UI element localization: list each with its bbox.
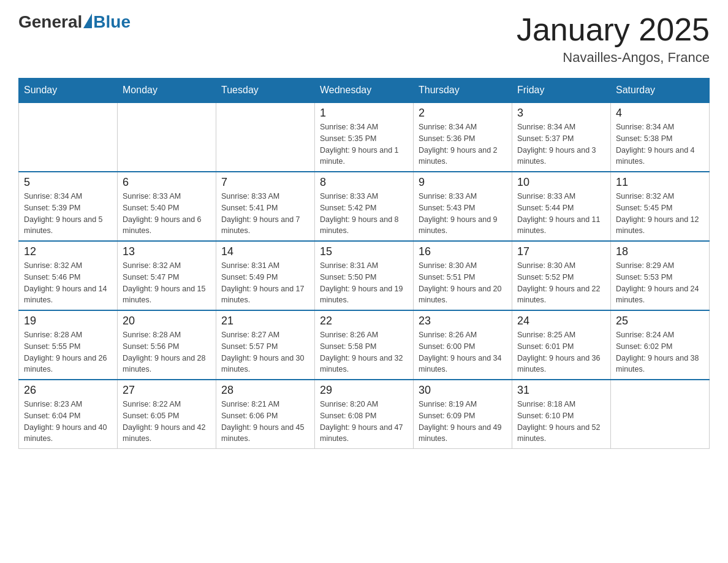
day-number: 29	[320, 384, 408, 397]
calendar-cell: 24Sunrise: 8:25 AM Sunset: 6:01 PM Dayli…	[512, 310, 611, 380]
day-header-thursday: Thursday	[414, 79, 512, 103]
day-info: Sunrise: 8:34 AM Sunset: 5:39 PM Dayligh…	[24, 191, 112, 237]
day-info: Sunrise: 8:32 AM Sunset: 5:45 PM Dayligh…	[616, 191, 704, 237]
day-header-friday: Friday	[512, 79, 611, 103]
day-info: Sunrise: 8:25 AM Sunset: 6:01 PM Dayligh…	[517, 329, 605, 375]
day-number: 2	[419, 107, 507, 120]
calendar-cell: 18Sunrise: 8:29 AM Sunset: 5:53 PM Dayli…	[611, 241, 710, 310]
day-number: 26	[24, 384, 112, 397]
day-number: 11	[616, 176, 704, 189]
day-info: Sunrise: 8:34 AM Sunset: 5:35 PM Dayligh…	[320, 121, 408, 167]
calendar-cell: 6Sunrise: 8:33 AM Sunset: 5:40 PM Daylig…	[118, 172, 216, 241]
calendar-cell: 29Sunrise: 8:20 AM Sunset: 6:08 PM Dayli…	[315, 380, 414, 449]
day-header-tuesday: Tuesday	[216, 79, 315, 103]
day-number: 6	[123, 176, 211, 189]
calendar-cell	[19, 102, 118, 172]
day-info: Sunrise: 8:29 AM Sunset: 5:53 PM Dayligh…	[616, 260, 704, 306]
day-number: 22	[320, 315, 408, 327]
day-info: Sunrise: 8:19 AM Sunset: 6:09 PM Dayligh…	[419, 399, 507, 445]
day-number: 13	[123, 245, 211, 258]
day-number: 9	[419, 176, 507, 189]
day-number: 1	[320, 107, 408, 120]
day-number: 30	[419, 384, 507, 397]
day-info: Sunrise: 8:26 AM Sunset: 6:00 PM Dayligh…	[419, 329, 507, 375]
day-info: Sunrise: 8:32 AM Sunset: 5:46 PM Dayligh…	[24, 260, 112, 306]
calendar-cell: 20Sunrise: 8:28 AM Sunset: 5:56 PM Dayli…	[118, 310, 216, 380]
day-info: Sunrise: 8:33 AM Sunset: 5:44 PM Dayligh…	[517, 191, 605, 237]
calendar-cell	[611, 380, 710, 449]
day-info: Sunrise: 8:27 AM Sunset: 5:57 PM Dayligh…	[221, 329, 309, 375]
day-number: 14	[221, 245, 309, 258]
day-info: Sunrise: 8:22 AM Sunset: 6:05 PM Dayligh…	[123, 399, 211, 445]
logo: General Blue	[18, 12, 131, 32]
day-number: 28	[221, 384, 309, 397]
day-number: 4	[616, 107, 704, 120]
calendar-cell: 21Sunrise: 8:27 AM Sunset: 5:57 PM Dayli…	[216, 310, 315, 380]
day-header-wednesday: Wednesday	[315, 79, 414, 103]
calendar-cell: 1Sunrise: 8:34 AM Sunset: 5:35 PM Daylig…	[315, 102, 414, 172]
day-number: 5	[24, 176, 112, 189]
day-info: Sunrise: 8:28 AM Sunset: 5:55 PM Dayligh…	[24, 329, 112, 375]
title-block: January 2025 Navailles-Angos, France	[517, 12, 710, 66]
day-number: 17	[517, 245, 605, 258]
day-header-monday: Monday	[118, 79, 216, 103]
day-info: Sunrise: 8:23 AM Sunset: 6:04 PM Dayligh…	[24, 399, 112, 445]
day-info: Sunrise: 8:33 AM Sunset: 5:41 PM Dayligh…	[221, 191, 309, 237]
day-info: Sunrise: 8:32 AM Sunset: 5:47 PM Dayligh…	[123, 260, 211, 306]
header-row: SundayMondayTuesdayWednesdayThursdayFrid…	[19, 79, 710, 103]
week-row-2: 5Sunrise: 8:34 AM Sunset: 5:39 PM Daylig…	[19, 172, 710, 241]
calendar-cell: 19Sunrise: 8:28 AM Sunset: 5:55 PM Dayli…	[19, 310, 118, 380]
day-number: 31	[517, 384, 605, 397]
day-info: Sunrise: 8:34 AM Sunset: 5:37 PM Dayligh…	[517, 121, 605, 167]
calendar-cell: 4Sunrise: 8:34 AM Sunset: 5:38 PM Daylig…	[611, 102, 710, 172]
calendar-cell: 10Sunrise: 8:33 AM Sunset: 5:44 PM Dayli…	[512, 172, 611, 241]
day-number: 18	[616, 245, 704, 258]
day-number: 10	[517, 176, 605, 189]
day-info: Sunrise: 8:28 AM Sunset: 5:56 PM Dayligh…	[123, 329, 211, 375]
week-row-3: 12Sunrise: 8:32 AM Sunset: 5:46 PM Dayli…	[19, 241, 710, 310]
calendar-title: January 2025	[517, 12, 710, 47]
page-header: General Blue January 2025 Navailles-Ango…	[18, 12, 710, 66]
calendar-cell: 12Sunrise: 8:32 AM Sunset: 5:46 PM Dayli…	[19, 241, 118, 310]
day-info: Sunrise: 8:31 AM Sunset: 5:50 PM Dayligh…	[320, 260, 408, 306]
calendar-cell: 2Sunrise: 8:34 AM Sunset: 5:36 PM Daylig…	[414, 102, 512, 172]
calendar-subtitle: Navailles-Angos, France	[517, 50, 710, 66]
day-number: 25	[616, 315, 704, 327]
day-number: 23	[419, 315, 507, 327]
week-row-4: 19Sunrise: 8:28 AM Sunset: 5:55 PM Dayli…	[19, 310, 710, 380]
day-header-saturday: Saturday	[611, 79, 710, 103]
calendar-cell: 13Sunrise: 8:32 AM Sunset: 5:47 PM Dayli…	[118, 241, 216, 310]
day-number: 21	[221, 315, 309, 327]
day-number: 16	[419, 245, 507, 258]
day-number: 20	[123, 315, 211, 327]
calendar-cell	[216, 102, 315, 172]
calendar-cell: 23Sunrise: 8:26 AM Sunset: 6:00 PM Dayli…	[414, 310, 512, 380]
day-info: Sunrise: 8:34 AM Sunset: 5:36 PM Dayligh…	[419, 121, 507, 167]
day-number: 15	[320, 245, 408, 258]
calendar-cell: 9Sunrise: 8:33 AM Sunset: 5:43 PM Daylig…	[414, 172, 512, 241]
calendar-cell: 22Sunrise: 8:26 AM Sunset: 5:58 PM Dayli…	[315, 310, 414, 380]
logo-triangle-icon	[83, 13, 92, 28]
calendar-cell: 11Sunrise: 8:32 AM Sunset: 5:45 PM Dayli…	[611, 172, 710, 241]
calendar-cell: 25Sunrise: 8:24 AM Sunset: 6:02 PM Dayli…	[611, 310, 710, 380]
day-number: 24	[517, 315, 605, 327]
calendar-cell: 5Sunrise: 8:34 AM Sunset: 5:39 PM Daylig…	[19, 172, 118, 241]
day-info: Sunrise: 8:20 AM Sunset: 6:08 PM Dayligh…	[320, 399, 408, 445]
calendar-cell: 31Sunrise: 8:18 AM Sunset: 6:10 PM Dayli…	[512, 380, 611, 449]
day-info: Sunrise: 8:33 AM Sunset: 5:43 PM Dayligh…	[419, 191, 507, 237]
day-info: Sunrise: 8:30 AM Sunset: 5:51 PM Dayligh…	[419, 260, 507, 306]
week-row-5: 26Sunrise: 8:23 AM Sunset: 6:04 PM Dayli…	[19, 380, 710, 449]
day-number: 27	[123, 384, 211, 397]
day-number: 7	[221, 176, 309, 189]
week-row-1: 1Sunrise: 8:34 AM Sunset: 5:35 PM Daylig…	[19, 102, 710, 172]
day-info: Sunrise: 8:33 AM Sunset: 5:40 PM Dayligh…	[123, 191, 211, 237]
calendar-cell	[118, 102, 216, 172]
day-number: 8	[320, 176, 408, 189]
calendar-cell: 14Sunrise: 8:31 AM Sunset: 5:49 PM Dayli…	[216, 241, 315, 310]
day-header-sunday: Sunday	[19, 79, 118, 103]
calendar-cell: 27Sunrise: 8:22 AM Sunset: 6:05 PM Dayli…	[118, 380, 216, 449]
day-info: Sunrise: 8:18 AM Sunset: 6:10 PM Dayligh…	[517, 399, 605, 445]
day-info: Sunrise: 8:33 AM Sunset: 5:42 PM Dayligh…	[320, 191, 408, 237]
calendar-table: SundayMondayTuesdayWednesdayThursdayFrid…	[18, 78, 710, 449]
calendar-cell: 17Sunrise: 8:30 AM Sunset: 5:52 PM Dayli…	[512, 241, 611, 310]
